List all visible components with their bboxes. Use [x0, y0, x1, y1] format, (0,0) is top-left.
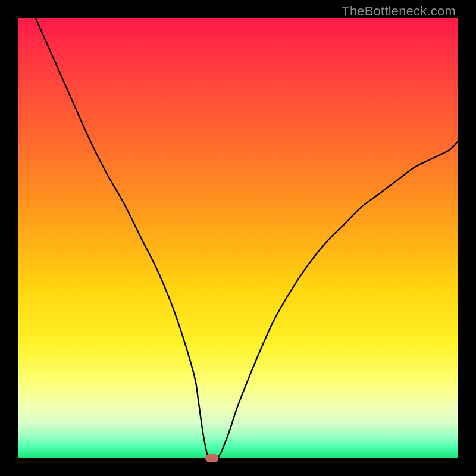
chart-frame: TheBottleneck.com: [0, 0, 476, 476]
bottleneck-curve: [18, 18, 458, 458]
optimal-marker: [205, 454, 218, 462]
plot-area: [18, 18, 458, 458]
watermark-text: TheBottleneck.com: [342, 4, 456, 19]
